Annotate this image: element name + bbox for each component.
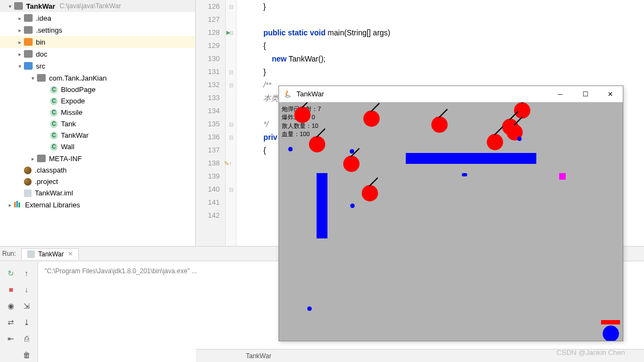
- chevron-right-icon[interactable]: ▸: [5, 200, 14, 209]
- folder-icon: [24, 50, 33, 58]
- chevron-down-icon[interactable]: ▾: [28, 73, 37, 82]
- tree-item[interactable]: ▸ META-INF: [0, 152, 195, 164]
- enemy-tank: [487, 134, 503, 150]
- project-tree[interactable]: ▾ TankWar C:\java\java\TankWar ▸ .idea ▸…: [0, 0, 196, 246]
- edit-marker-icon: ✎↑: [224, 157, 232, 170]
- print-icon[interactable]: ⎙: [21, 333, 33, 345]
- export-icon[interactable]: ⇲: [21, 300, 33, 312]
- run-toolbar: ↻ ↑ ■ ↓ ◉ ⇲ ⇄ ⤓ ⇤ ⎙ 🗑: [0, 262, 38, 362]
- player-tank: [603, 326, 619, 341]
- enemy-tank: [363, 111, 380, 127]
- watermark: CSDN @Jankin Chen: [556, 348, 625, 357]
- run-tab[interactable]: TankWar ✕: [21, 248, 79, 260]
- svg-rect-0: [14, 202, 16, 207]
- tree-item-file[interactable]: .project: [0, 176, 195, 187]
- module-icon: [24, 189, 32, 197]
- chevron-right-icon[interactable]: ▸: [15, 14, 24, 22]
- class-icon: C: [50, 143, 58, 151]
- chevron-right-icon[interactable]: ▸: [15, 26, 24, 34]
- tree-item[interactable]: ▸ .idea: [0, 12, 195, 24]
- folder-icon: [24, 14, 33, 22]
- tree-item[interactable]: ▸ .settings: [0, 24, 195, 36]
- enemy-tank: [431, 116, 448, 133]
- chevron-down-icon[interactable]: ▾: [15, 62, 24, 70]
- tree-item-src[interactable]: ▾ src: [0, 60, 195, 72]
- enemy-tank: [309, 136, 325, 152]
- folder-icon: [24, 38, 33, 46]
- eclipse-icon: [24, 167, 32, 174]
- chevron-down-icon[interactable]: ▾: [5, 2, 14, 10]
- bullet: [350, 204, 355, 208]
- exit-icon[interactable]: ⇤: [5, 333, 17, 345]
- blood-pack: [559, 173, 566, 180]
- tree-item-package[interactable]: ▾ com.Tank.JanKian: [0, 72, 195, 84]
- tree-item-class[interactable]: C BloodPage: [0, 84, 195, 95]
- editor-tab[interactable]: TankWar: [239, 351, 278, 361]
- run-gutter-icon[interactable]: ▶: [226, 26, 231, 39]
- tree-item-class[interactable]: C Missile: [0, 107, 195, 118]
- project-root[interactable]: ▾ TankWar C:\java\java\TankWar: [0, 0, 195, 12]
- tree-item-class[interactable]: C Tank: [0, 118, 195, 130]
- java-icon: [283, 90, 292, 99]
- camera-icon[interactable]: ◉: [5, 300, 17, 312]
- enemy-tank: [362, 185, 378, 201]
- run-title: Run:: [2, 250, 16, 257]
- up-icon[interactable]: ↑: [21, 267, 33, 279]
- run-config-icon: [27, 250, 35, 258]
- trash-icon[interactable]: 🗑: [21, 349, 33, 361]
- svg-rect-1: [16, 201, 18, 207]
- game-canvas[interactable]: 炮弹已发射：7 爆炸发生：0 敌人数量：10 血量：100: [279, 102, 623, 341]
- close-button[interactable]: ✕: [598, 86, 623, 102]
- lib-icon: [14, 201, 22, 208]
- folder-icon: [14, 2, 23, 10]
- eclipse-icon: [24, 178, 32, 186]
- tree-item-bin[interactable]: ▸ bin: [0, 36, 195, 48]
- tree-item-file[interactable]: TankWar.iml: [0, 187, 195, 199]
- maximize-button[interactable]: ☐: [573, 86, 598, 102]
- chevron-right-icon[interactable]: ▸: [15, 50, 24, 58]
- bullet: [462, 173, 467, 176]
- tree-item-class[interactable]: C Wall: [0, 141, 195, 152]
- down-icon[interactable]: ↓: [21, 284, 33, 296]
- class-icon: C: [50, 120, 58, 128]
- package-icon: [37, 74, 46, 82]
- health-bar: [601, 320, 620, 324]
- tree-item-class[interactable]: C Expode: [0, 95, 195, 107]
- enemy-tank: [294, 107, 311, 123]
- tree-item-class[interactable]: C TankWar: [0, 130, 195, 141]
- chevron-right-icon[interactable]: ▸: [15, 38, 24, 46]
- game-window[interactable]: TankWar ─ ☐ ✕ 炮弹已发射：7 爆炸发生：0 敌人数量：10 血量：…: [278, 85, 623, 341]
- class-icon: C: [50, 132, 58, 139]
- blank: [5, 349, 17, 361]
- chevron-right-icon[interactable]: ▸: [28, 154, 37, 163]
- wall: [406, 153, 536, 164]
- titlebar[interactable]: TankWar ─ ☐ ✕: [279, 86, 623, 102]
- bullet: [350, 149, 354, 154]
- minimize-button[interactable]: ─: [548, 86, 573, 102]
- folder-icon: [37, 155, 46, 162]
- external-libraries[interactable]: ▸ External Libraries: [0, 199, 195, 211]
- bullet: [307, 306, 312, 311]
- class-icon: C: [50, 86, 58, 94]
- svg-point-3: [285, 95, 290, 97]
- layout-icon[interactable]: ⤓: [21, 316, 33, 328]
- svg-rect-2: [18, 203, 20, 207]
- stop-icon[interactable]: ■: [5, 284, 17, 296]
- folder-icon: [24, 26, 33, 34]
- gutter: 126 127 128▶ 129 130 131 132 133 134 135…: [196, 0, 226, 246]
- settings-icon[interactable]: ⇄: [5, 316, 17, 328]
- class-icon: C: [50, 97, 58, 105]
- bullet: [517, 137, 522, 141]
- tree-item[interactable]: ▸ doc: [0, 48, 195, 60]
- rerun-icon[interactable]: ↻: [5, 267, 17, 279]
- close-icon[interactable]: ✕: [68, 250, 73, 257]
- bullet: [288, 147, 293, 151]
- folder-icon: [24, 62, 33, 70]
- wall: [317, 173, 327, 238]
- enemy-tank: [343, 156, 360, 172]
- tree-item-file[interactable]: .classpath: [0, 164, 195, 176]
- class-icon: C: [50, 109, 58, 116]
